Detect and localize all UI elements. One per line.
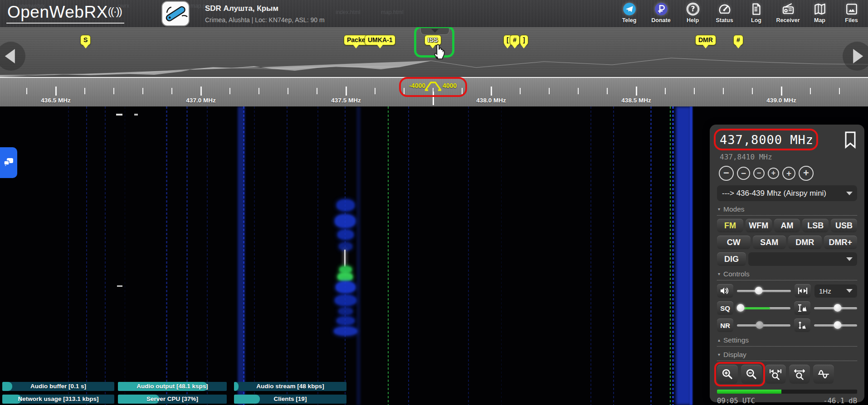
signal-level-db: -46.1 dB — [823, 397, 857, 405]
digital-mode-select[interactable] — [748, 252, 857, 266]
waterfall-signal-line — [86, 106, 87, 405]
station-subtitle: Crimea, Alushta | Loc: KN74ep, ASL: 90 m — [205, 16, 325, 24]
nav-files[interactable]: Files — [839, 2, 864, 24]
receiver-avatar-icon — [161, 1, 190, 28]
step-down-button-3[interactable]: − — [753, 168, 765, 179]
waterfall-speck — [117, 285, 122, 287]
mode-button-fm[interactable]: FM — [717, 219, 743, 232]
waterfall-signal-burst — [336, 199, 355, 211]
controls-section-header[interactable]: ▾Controls — [717, 270, 857, 280]
squelch-button[interactable]: SQ — [717, 301, 733, 315]
nav-receiver[interactable]: Receiver — [775, 2, 801, 24]
bookmark-pin-[interactable]: ] — [520, 35, 528, 45]
waterfall-signal-line — [243, 106, 244, 405]
waterfall-signal-burst — [335, 214, 356, 228]
zoom-full-band-button[interactable] — [789, 365, 810, 384]
mode-button-usb[interactable]: USB — [831, 219, 857, 232]
nav-telegram[interactable]: Teleg — [616, 2, 642, 24]
step-up-button-3[interactable]: + — [799, 166, 814, 181]
signal-level-meter — [717, 390, 857, 394]
panel-collapse-tab[interactable] — [421, 27, 449, 34]
mode-button-dmrplus[interactable]: DMR+ — [824, 236, 858, 249]
mode-button-lsb[interactable]: LSB — [802, 219, 829, 232]
waterfall-signal-line — [690, 106, 692, 405]
squelch-slider[interactable] — [737, 304, 790, 312]
tuning-step-select[interactable]: 1Hz — [814, 284, 857, 298]
scale-tick — [752, 88, 753, 94]
status-meter: Audio stream [48 kbps] — [234, 382, 346, 391]
waterfall-signal-line — [672, 106, 674, 405]
nav-help[interactable]: ?Help — [680, 2, 706, 24]
bookmark-pin-[interactable]: # — [510, 35, 520, 45]
nav-log[interactable]: Log — [743, 2, 769, 24]
waterfall-max-slider[interactable] — [814, 321, 857, 329]
mode-button-cw[interactable]: CW — [717, 236, 751, 249]
zoom-out-button[interactable] — [741, 365, 762, 384]
nav-label: Teleg — [622, 17, 637, 24]
volume-slider[interactable] — [737, 287, 791, 295]
spectrum-toggle-button[interactable] — [813, 365, 834, 384]
bookmark-pin-dmr[interactable]: DMR — [695, 35, 716, 45]
waterfall-auto-adjust-button[interactable] — [794, 318, 810, 332]
scale-tick — [491, 87, 492, 96]
chat-panel-button[interactable] — [0, 147, 17, 178]
settings-section-header[interactable]: ▴Settings — [717, 336, 857, 347]
profile-select[interactable]: ---> 436-439 Mhz (Airspy mini) — [717, 185, 857, 201]
bookmark-pin-s[interactable]: S — [80, 35, 91, 45]
bookmark-pin-[interactable]: # — [733, 35, 743, 45]
scale-tick — [781, 87, 782, 96]
scale-frequency-label: 436.5 MHz — [41, 97, 70, 104]
ghost-text: map.html — [381, 9, 403, 15]
scale-tick — [200, 87, 202, 96]
noise-reduction-slider[interactable] — [737, 321, 790, 329]
mute-button[interactable] — [717, 284, 733, 298]
status-meter: Audio buffer [0.1 s] — [2, 382, 114, 391]
waterfall-signal-line — [186, 106, 188, 405]
scale-tick — [694, 88, 695, 94]
mode-button-dig[interactable]: DIG — [717, 252, 746, 266]
display-buttons — [717, 365, 857, 384]
mode-button-sam[interactable]: SAM — [753, 236, 786, 249]
display-section-header[interactable]: ▾Display — [717, 351, 857, 361]
mode-button-dmr[interactable]: DMR — [788, 236, 822, 249]
modes-section-header[interactable]: ▾Modes — [717, 205, 857, 216]
status-meter: Network usage [313.1 kbps] — [2, 395, 114, 404]
chat-bubbles-icon — [3, 157, 15, 169]
chevron-down-icon — [846, 192, 853, 195]
scale-tick — [520, 88, 521, 94]
waterfall-signal-line — [356, 106, 361, 405]
waterfall-signal-line — [408, 106, 409, 405]
waterfall-signal-line — [166, 106, 167, 405]
passband-high-label: 4000 — [443, 82, 457, 89]
tuner-indicator[interactable]: -4000 4000 — [402, 78, 464, 97]
nav-map[interactable]: Map — [807, 2, 833, 24]
scroll-right-arrow[interactable] — [843, 42, 868, 71]
noise-reduction-button[interactable]: NR — [717, 318, 733, 332]
nav-donate[interactable]: Donate — [648, 2, 674, 24]
mode-button-am[interactable]: AM — [774, 219, 800, 232]
add-bookmark-button[interactable] — [844, 131, 857, 151]
waterfall-min-slider[interactable] — [814, 304, 857, 312]
scale-tick — [317, 88, 317, 94]
mode-button-wfm[interactable]: WFM — [746, 219, 772, 232]
scale-tick — [171, 88, 172, 94]
header-bar: openwebrxowrxmap.pyindex.htmlmap.html Op… — [0, 0, 868, 27]
zoom-to-bandwidth-button[interactable] — [765, 365, 786, 384]
step-down-button-2[interactable]: − — [737, 167, 750, 180]
app-logo[interactable]: OpenWebRX((·)) — [6, 3, 124, 24]
step-up-button-1[interactable]: + — [768, 168, 779, 179]
nav-status[interactable]: Status — [712, 2, 737, 24]
waterfall-min-level-button[interactable] — [794, 301, 810, 315]
scale-tick — [375, 88, 375, 94]
frequency-scale[interactable]: 436.5 MHz437.0 MHz437.5 MHz438.0 MHz438.… — [0, 78, 868, 106]
bandwidth-button[interactable] — [795, 284, 811, 298]
status-meter: Server CPU [37%] — [118, 395, 227, 404]
waterfall-signal-line — [613, 106, 614, 405]
step-down-button-1[interactable]: − — [719, 166, 734, 181]
zoom-in-button[interactable] — [717, 365, 738, 384]
bookmark-pin-umka1[interactable]: UMKA-1 — [365, 35, 395, 45]
passband-icon[interactable] — [424, 81, 442, 92]
antenna-glyph: ((·)) — [108, 5, 122, 17]
tuned-frequency-display[interactable]: 437,8000 MHz — [717, 129, 814, 147]
step-up-button-2[interactable]: + — [782, 167, 795, 180]
